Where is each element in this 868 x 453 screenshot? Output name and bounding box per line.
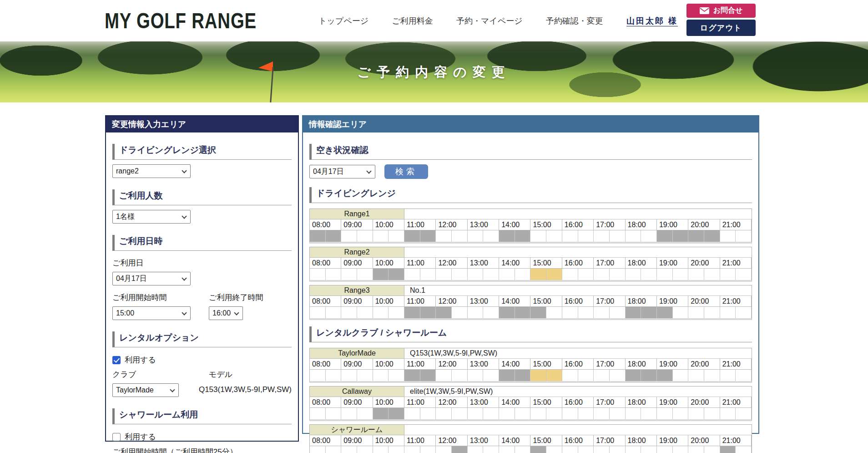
slot-booked: [515, 307, 531, 318]
slot-free: [736, 269, 752, 280]
slot-free: [515, 269, 531, 280]
date-select[interactable]: 04月17日: [112, 272, 191, 285]
time-header-cell: 11:00: [404, 397, 436, 408]
time-header-cell: 08:00: [310, 397, 341, 408]
slot-free: [546, 408, 562, 419]
slot-free: [483, 230, 499, 242]
slot-free: [562, 408, 578, 419]
table-name-cell: Range2: [310, 247, 404, 258]
slot-free: [468, 408, 484, 419]
time-header-cell: 13:00: [468, 296, 499, 307]
time-header-cell: 18:00: [626, 359, 657, 370]
info-confirm-panel-title: 情報確認エリア: [303, 116, 758, 132]
table-model-label: [404, 425, 752, 435]
rental-use-checkbox[interactable]: [112, 356, 121, 364]
time-header-cell: 09:00: [341, 258, 373, 269]
slot-free: [310, 307, 326, 318]
slot-free: [404, 269, 420, 280]
slot-selected: [530, 269, 546, 280]
slot-free: [626, 446, 641, 453]
nav-reservation-mypage[interactable]: 予約・マイページ: [456, 15, 523, 26]
slot-booked: [326, 230, 342, 242]
time-header-cell: 13:00: [468, 435, 499, 446]
contact-button[interactable]: お問合せ: [686, 4, 756, 18]
slot-free: [310, 370, 326, 381]
slot-free: [341, 370, 357, 381]
people-count-select[interactable]: 1名様: [112, 210, 191, 224]
start-time-select[interactable]: 15:00: [112, 306, 191, 320]
time-header-cell: 09:00: [341, 435, 373, 446]
nav-reservation-confirm[interactable]: 予約確認・変更: [546, 15, 603, 26]
slot-free: [357, 370, 373, 381]
slot-free: [594, 230, 610, 242]
envelope-icon: [700, 7, 709, 14]
table-name-cell: Callaway: [310, 387, 404, 397]
slot-free: [483, 269, 499, 280]
time-header-cell: 12:00: [436, 296, 467, 307]
people-count-select-value: 1名様: [116, 212, 135, 222]
slot-selected: [546, 269, 562, 280]
time-header-cell: 13:00: [468, 219, 499, 230]
chevron-down-icon: [182, 168, 187, 173]
slot-booked: [641, 307, 657, 318]
slot-free: [452, 408, 468, 419]
slot-free: [373, 446, 389, 453]
slot-free: [736, 307, 752, 318]
availability-date-select[interactable]: 04月17日: [309, 165, 375, 178]
slot-booked: [641, 370, 657, 381]
date-select-value: 04月17日: [116, 274, 147, 284]
logout-button[interactable]: ログアウト: [686, 20, 756, 36]
heading-shower-room: シャワールーム利用: [112, 408, 292, 424]
slot-free: [657, 408, 673, 419]
slot-free: [673, 269, 689, 280]
end-time-select-value: 16:00: [212, 309, 231, 317]
time-header-cell: 18:00: [626, 397, 657, 408]
time-header-cell: 16:00: [562, 359, 594, 370]
time-header-cell: 11:00: [404, 219, 436, 230]
club-select[interactable]: TaylorMade: [112, 383, 179, 397]
availability-table-Range3: Range3No.108:0009:0010:0011:0012:0013:00…: [309, 285, 752, 320]
user-name-link[interactable]: 山田太郎 様: [626, 15, 678, 26]
slot-free: [704, 269, 720, 280]
heading-driving-range: ドライビングレンジ: [309, 187, 752, 203]
slot-free: [562, 307, 578, 318]
table-model-label: No.1: [404, 285, 752, 296]
time-header-cell: 21:00: [720, 397, 752, 408]
slot-free: [326, 307, 342, 318]
slot-free: [436, 370, 452, 381]
slot-booked: [530, 446, 546, 453]
nav-pricing[interactable]: ご利用料金: [392, 15, 433, 26]
shower-start-time-label: ご利用開始時間（ご利用時間25分）: [112, 447, 292, 453]
contact-button-label: お問合せ: [713, 6, 743, 15]
shower-use-checkbox[interactable]: [112, 433, 121, 441]
slot-booked: [310, 230, 326, 242]
slot-free: [452, 370, 468, 381]
time-header-cell: 08:00: [310, 219, 341, 230]
nav-top-page[interactable]: トップページ: [318, 15, 368, 26]
heading-rental-option: レンタルオプション: [112, 331, 292, 347]
chevron-down-icon: [366, 168, 371, 173]
model-label: モデル: [209, 369, 232, 380]
time-header-cell: 15:00: [530, 397, 562, 408]
time-header-cell: 16:00: [562, 435, 594, 446]
slot-free: [720, 307, 736, 318]
slot-free: [594, 307, 610, 318]
change-input-panel-body: ドライビングレンジ選択 range2 ご利用人数 1名様 ご利用日時 ご利用日 …: [106, 144, 298, 453]
time-header-cell: 12:00: [436, 397, 467, 408]
time-header-cell: 17:00: [594, 258, 625, 269]
slot-free: [594, 446, 610, 453]
slot-selected: [546, 370, 562, 381]
slot-free: [389, 446, 404, 453]
info-confirm-panel: 情報確認エリア 空き状況確認 04月17日 検索 ドライビングレンジ Range…: [302, 115, 759, 434]
time-header-cell: 15:00: [530, 219, 562, 230]
search-button[interactable]: 検索: [384, 164, 428, 179]
time-header-cell: 21:00: [720, 435, 752, 446]
time-header-cell: 12:00: [436, 258, 467, 269]
slot-free: [420, 408, 436, 419]
driving-range-select[interactable]: range2: [112, 164, 191, 178]
time-header-cell: 21:00: [720, 258, 752, 269]
time-header-cell: 14:00: [499, 359, 530, 370]
time-header-cell: 18:00: [626, 435, 657, 446]
slot-free: [357, 408, 373, 419]
end-time-select[interactable]: 16:00: [209, 306, 243, 320]
